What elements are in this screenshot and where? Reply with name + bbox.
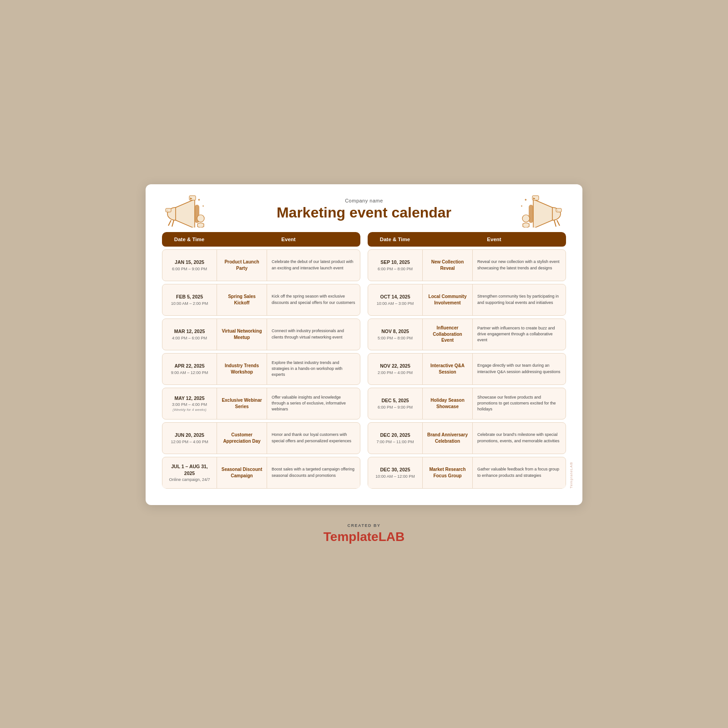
date-main: FEB 5, 2025 — [166, 293, 213, 300]
table-row: DEC 5, 2025 6:00 PM – 9:00 PM Holiday Se… — [368, 388, 566, 420]
svg-text:▶: ▶ — [533, 197, 536, 200]
svg-text:✦: ✦ — [202, 205, 204, 207]
table-row: FEB 5, 2025 10:00 AM – 2:00 PM Spring Sa… — [162, 284, 360, 316]
date-main: JAN 15, 2025 — [166, 259, 213, 266]
date-time: 6:00 PM – 9:00 PM — [166, 267, 213, 271]
svg-point-17 — [522, 215, 530, 222]
right-event-col-header: Event — [422, 232, 566, 247]
date-main: MAY 12, 2025 — [166, 395, 213, 402]
date-time: 12:00 PM – 4:00 PM — [166, 440, 213, 444]
svg-line-3 — [172, 220, 174, 227]
right-table: Date & Time Event SEP 10, 2025 6:00 PM –… — [368, 232, 566, 489]
footer-created-by: CREATED BY — [324, 523, 404, 528]
cell-date: NOV 22, 2025 2:00 PM – 4:00 PM — [368, 354, 423, 384]
cell-event-name: Holiday Season Showcase — [423, 388, 473, 419]
date-time: 7:00 PM – 11:00 PM — [372, 440, 419, 444]
cell-date: DEC 20, 2025 7:00 PM – 11:00 PM — [368, 423, 423, 454]
svg-text:▶: ▶ — [190, 197, 192, 200]
date-main: NOV 8, 2025 — [372, 328, 419, 335]
footer-lab: LAB — [379, 530, 405, 544]
event-name: Spring Sales Kickoff — [221, 293, 263, 306]
event-desc: Partner with influencers to create buzz … — [477, 325, 561, 343]
cell-date: FEB 5, 2025 10:00 AM – 2:00 PM — [162, 284, 217, 315]
cell-date: DEC 30, 2025 10:00 AM – 12:00 PM — [368, 457, 423, 488]
event-name: Influencer Collaboration Event — [426, 325, 469, 344]
event-desc: Reveal our new collection with a stylish… — [477, 259, 561, 271]
svg-line-13 — [557, 220, 560, 226]
table-row: JAN 15, 2025 6:00 PM – 9:00 PM Product L… — [162, 249, 360, 281]
table-row: OCT 14, 2025 10:00 AM – 3:00 PM Local Co… — [368, 284, 566, 316]
date-time: 4:00 PM – 6:00 PM — [166, 336, 213, 340]
date-main: NOV 22, 2025 — [372, 363, 419, 369]
cell-event-desc: Honor and thank our loyal customers with… — [267, 423, 360, 454]
right-decoration-icon: ✦ ✦ ▶ ♪ — [516, 191, 566, 228]
cell-date: MAR 12, 2025 4:00 PM – 6:00 PM — [162, 319, 217, 350]
watermark: TemplateLAB — [569, 462, 573, 489]
date-time: 10:00 AM – 2:00 PM — [166, 301, 213, 306]
cell-event-name: Brand Anniversary Celebration — [423, 423, 473, 454]
event-desc: Engage directly with our team during an … — [477, 363, 561, 374]
header-text-block: Company name Marketing event calendar — [277, 198, 451, 221]
calendar-page: ✦ ✦ ▶ ♪ Company name Marketing event cal… — [146, 184, 582, 505]
table-row: JUL 1 – AUG 31, 2025 Online campaign, 24… — [162, 457, 360, 489]
left-table: Date & Time Event JAN 15, 2025 6:00 PM –… — [162, 232, 360, 489]
table-row: APR 22, 2025 9:00 AM – 12:00 PM Industry… — [162, 353, 360, 385]
tables-wrapper: Date & Time Event JAN 15, 2025 6:00 PM –… — [162, 232, 566, 489]
cell-event-name: Local Community Involvement — [423, 284, 473, 315]
cell-event-desc: Engage directly with our team during an … — [473, 354, 566, 384]
event-name: Seasonal Discount Campaign — [221, 466, 263, 479]
cell-event-name: Seasonal Discount Campaign — [217, 457, 267, 488]
date-time: 2:00 PM – 4:00 PM — [372, 370, 419, 375]
event-name: Product Launch Party — [221, 259, 263, 271]
event-name: Customer Appreciation Day — [221, 432, 263, 444]
event-name: Brand Anniversary Celebration — [426, 432, 469, 444]
event-desc: Offer valuable insights and knowledge th… — [272, 394, 355, 412]
cell-event-desc: Celebrate our brand's milestone with spe… — [473, 423, 566, 454]
cell-date: NOV 8, 2025 5:00 PM – 8:00 PM — [368, 319, 423, 350]
left-date-col-header: Date & Time — [162, 232, 217, 247]
footer: CREATED BY TemplateLAB — [324, 523, 404, 544]
cell-event-name: Interactive Q&A Session — [423, 354, 473, 384]
date-time: Online campaign, 24/7 — [166, 477, 213, 482]
cell-event-desc: Reveal our new collection with a stylish… — [473, 250, 566, 281]
cell-event-name: Spring Sales Kickoff — [217, 284, 267, 315]
right-date-col-header: Date & Time — [368, 232, 422, 247]
company-name: Company name — [277, 198, 451, 203]
event-name: Holiday Season Showcase — [426, 397, 469, 410]
date-time: 6:00 PM – 9:00 PM — [372, 405, 419, 410]
cell-event-desc: Gather valuable feedback from a focus gr… — [473, 457, 566, 488]
date-main: SEP 10, 2025 — [372, 259, 419, 266]
cell-date: MAY 12, 2025 3:00 PM – 4:00 PM (Weekly f… — [162, 388, 217, 419]
date-main: DEC 20, 2025 — [372, 432, 419, 439]
table-row: NOV 8, 2025 5:00 PM – 8:00 PM Influencer… — [368, 318, 566, 350]
date-time: 6:00 PM – 8:00 PM — [372, 267, 419, 271]
event-desc: Strengthen community ties by participati… — [477, 293, 561, 305]
date-main: JUL 1 – AUG 31, 2025 — [166, 463, 213, 476]
cell-event-name: New Collection Reveal — [423, 250, 473, 281]
event-name: Industry Trends Workshop — [221, 363, 263, 375]
header: ✦ ✦ ▶ ♪ Company name Marketing event cal… — [162, 198, 566, 221]
date-time: 9:00 AM – 12:00 PM — [166, 370, 213, 375]
event-name: Virtual Networking Meetup — [221, 328, 263, 340]
cell-event-name: Virtual Networking Meetup — [217, 319, 267, 350]
left-table-header: Date & Time Event — [162, 232, 360, 247]
event-desc: Celebrate our brand's milestone with spe… — [477, 432, 561, 444]
cell-event-desc: Explore the latest industry trends and s… — [267, 354, 360, 384]
table-row: MAY 12, 2025 3:00 PM – 4:00 PM (Weekly f… — [162, 388, 360, 420]
svg-line-2 — [168, 220, 171, 226]
event-name: New Collection Reveal — [426, 259, 469, 271]
event-desc: Honor and thank our loyal customers with… — [272, 432, 355, 444]
table-row: DEC 20, 2025 7:00 PM – 11:00 PM Brand An… — [368, 422, 566, 454]
right-table-header: Date & Time Event — [368, 232, 566, 247]
cell-event-name: Product Launch Party — [217, 250, 267, 281]
date-main: APR 22, 2025 — [166, 363, 213, 369]
event-name: Interactive Q&A Session — [426, 363, 469, 375]
date-main: DEC 30, 2025 — [372, 466, 419, 473]
event-desc: Connect with industry professionals and … — [272, 328, 355, 340]
left-rows-container: JAN 15, 2025 6:00 PM – 9:00 PM Product L… — [162, 249, 360, 489]
cell-date: SEP 10, 2025 6:00 PM – 8:00 PM — [368, 250, 423, 281]
cell-event-desc: Connect with industry professionals and … — [267, 319, 360, 350]
event-desc: Gather valuable feedback from a focus gr… — [477, 466, 561, 478]
svg-text:✦: ✦ — [197, 198, 201, 202]
date-time: 10:00 AM – 3:00 PM — [372, 301, 419, 306]
